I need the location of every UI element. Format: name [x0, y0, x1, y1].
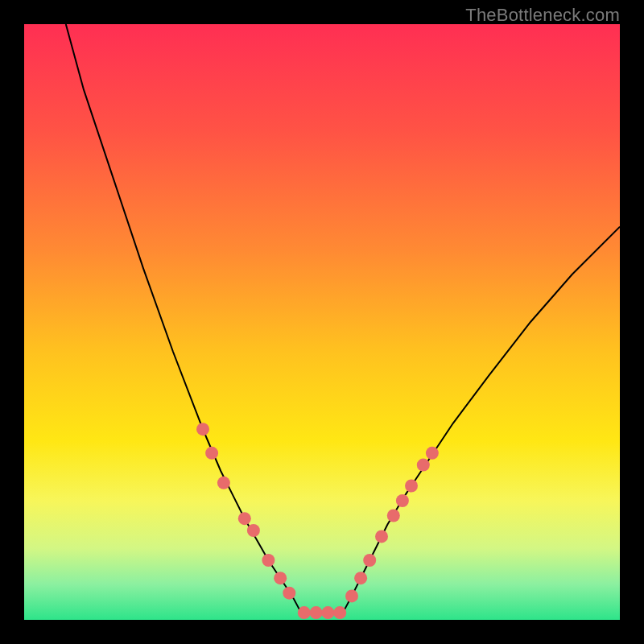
data-marker — [345, 589, 358, 602]
data-marker — [387, 510, 400, 522]
data-marker — [426, 447, 439, 460]
data-marker — [205, 447, 218, 460]
data-marker — [375, 530, 388, 543]
data-marker — [354, 572, 367, 584]
plot-area — [24, 24, 620, 620]
curve-layer — [24, 24, 620, 620]
data-marker — [238, 512, 251, 525]
chart-frame: TheBottleneck.com — [0, 0, 644, 644]
data-marker — [405, 480, 418, 493]
data-marker — [333, 606, 346, 619]
data-marker — [217, 477, 230, 489]
data-marker — [274, 572, 287, 584]
data-marker — [321, 606, 334, 619]
marker-group — [196, 423, 439, 619]
data-marker — [247, 524, 260, 537]
data-marker — [310, 606, 323, 619]
data-marker — [196, 423, 209, 436]
curve-right-branch — [343, 227, 620, 613]
data-marker — [283, 587, 295, 600]
data-marker — [363, 554, 376, 567]
data-marker — [262, 554, 275, 567]
curve-left-branch — [66, 24, 301, 613]
data-marker — [298, 606, 311, 619]
data-marker — [396, 494, 409, 507]
data-marker — [417, 459, 430, 472]
watermark-text: TheBottleneck.com — [465, 5, 620, 26]
